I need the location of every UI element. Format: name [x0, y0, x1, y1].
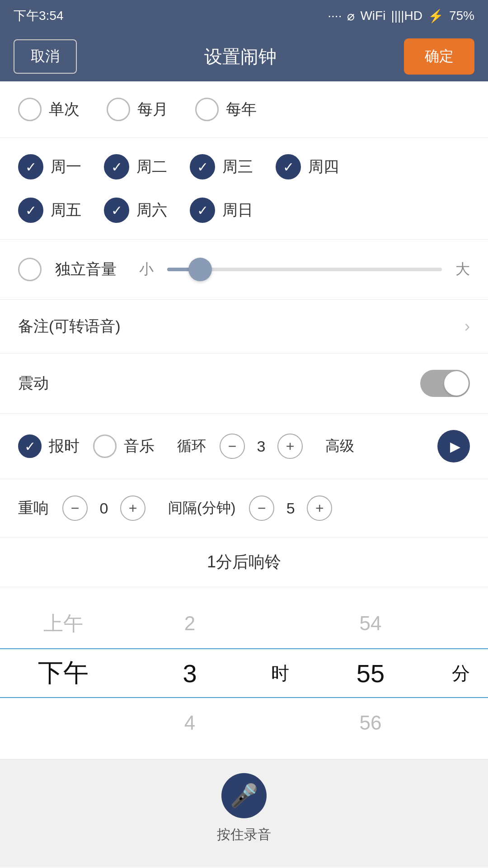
loop-increase-button[interactable]: + [277, 434, 303, 459]
slider-thumb[interactable] [188, 258, 212, 281]
loop-label: 循环 [177, 436, 206, 456]
snooze-row: 重响 − 0 + 间隔(分钟) − 5 + [18, 495, 470, 521]
note-section[interactable]: 备注(可转语音) › [0, 300, 488, 354]
vibration-row: 震动 [18, 370, 470, 397]
alarm-type-row: 报时 音乐 循环 − 3 + 高级 ▶ [18, 430, 470, 462]
weekday-row1: 周一 周二 周三 周四 [18, 154, 470, 179]
repeat-monthly[interactable]: 每月 [107, 98, 168, 121]
snooze-count: 0 [95, 500, 113, 517]
weekday-thu-label: 周四 [308, 156, 339, 177]
weekday-thu[interactable]: 周四 [276, 154, 339, 179]
alarm-music-radio[interactable] [93, 434, 117, 458]
volume-row: 独立音量 小 大 [18, 256, 470, 283]
weekday-sun-check[interactable] [190, 198, 215, 223]
weekday-row2-section: 周五 周六 周日 [0, 189, 488, 240]
wifi-icon: WiFi [360, 9, 385, 23]
repeat-yearly[interactable]: 每年 [195, 98, 257, 121]
weekday-fri-label: 周五 [51, 200, 81, 221]
picker-min-below: 56 [307, 698, 434, 748]
picker-hour-selected: 3 [127, 648, 253, 698]
picker-min-unit: 分 [452, 661, 470, 686]
picker-min-above: 54 [307, 599, 434, 648]
volume-label: 独立音量 [55, 259, 117, 280]
status-bar: 下午3:54 ···· ⌀ WiFi ||||HD ⚡ 75% [0, 0, 488, 32]
weekday-wed-check[interactable] [190, 154, 215, 179]
signal-icon: ···· [328, 9, 342, 23]
volume-small-label: 小 [139, 259, 154, 279]
alarm-report[interactable]: 报时 [18, 434, 80, 458]
weekday-sun-label: 周日 [222, 200, 253, 221]
loop-decrease-button[interactable]: − [220, 434, 245, 459]
picker-ampm-below [0, 698, 127, 748]
repeat-monthly-radio[interactable] [107, 98, 130, 121]
bottom-bar: 🎤 按住录音 [0, 759, 488, 867]
interval-label: 间隔(分钟) [168, 498, 235, 518]
repeat-section: 单次 每月 每年 [0, 81, 488, 138]
mic-icon: 🎤 [230, 783, 258, 809]
volume-slider[interactable] [167, 256, 442, 283]
status-icons: ···· ⌀ WiFi ||||HD ⚡ 75% [328, 9, 474, 24]
weekday-tue[interactable]: 周二 [104, 154, 167, 179]
play-icon: ▶ [450, 439, 460, 454]
cancel-button[interactable]: 取消 [14, 39, 77, 74]
repeat-single[interactable]: 单次 [18, 98, 80, 121]
alarm-music[interactable]: 音乐 [93, 434, 155, 458]
weekday-mon[interactable]: 周一 [18, 154, 81, 179]
snooze-increase-button[interactable]: + [120, 495, 145, 521]
loop-count: 3 [252, 438, 270, 455]
picker-min-selected: 55 [307, 648, 434, 698]
alarm-report-check[interactable] [18, 434, 42, 458]
repeat-single-radio[interactable] [18, 98, 42, 121]
alarm-report-label: 报时 [49, 436, 80, 457]
picker-ampm-above: 上午 [0, 599, 127, 648]
repeat-monthly-label: 每月 [137, 99, 168, 120]
status-time: 下午3:54 [14, 7, 64, 24]
weekday-sat[interactable]: 周六 [104, 198, 167, 223]
weekday-thu-check[interactable] [276, 154, 301, 179]
weekday-sat-check[interactable] [104, 198, 129, 223]
weekday-wed[interactable]: 周三 [190, 154, 253, 179]
headphone-icon: ⌀ [347, 9, 355, 24]
weekday-fri[interactable]: 周五 [18, 198, 81, 223]
alarm-music-label: 音乐 [124, 436, 155, 457]
toggle-thumb [444, 371, 469, 396]
weekday-row2: 周五 周六 周日 [18, 198, 470, 223]
picker-ampm-col[interactable]: 上午 下午 [0, 587, 127, 759]
loop-stepper: − 3 + [220, 434, 303, 459]
play-button[interactable]: ▶ [437, 430, 470, 462]
weekday-fri-check[interactable] [18, 198, 43, 223]
confirm-button[interactable]: 确定 [404, 38, 474, 75]
picker-ampm-selected: 下午 [0, 648, 127, 698]
main-content: 单次 每月 每年 周一 周二 周三 [0, 81, 488, 759]
weekday-tue-check[interactable] [104, 154, 129, 179]
interval-count: 5 [282, 500, 300, 517]
countdown-text: 1分后响铃 [207, 552, 281, 571]
snooze-label: 重响 [18, 498, 49, 519]
volume-section: 独立音量 小 大 [0, 240, 488, 300]
interval-decrease-button[interactable]: − [249, 495, 274, 521]
weekday-mon-check[interactable] [18, 154, 43, 179]
snooze-decrease-button[interactable]: − [62, 495, 88, 521]
time-picker[interactable]: 上午 下午 2 3 4 时 54 55 56 分 [0, 587, 488, 759]
weekday-wed-label: 周三 [222, 156, 253, 177]
vibration-section: 震动 [0, 354, 488, 414]
lightning-icon: ⚡ [428, 9, 444, 24]
volume-radio[interactable] [18, 258, 42, 281]
snooze-stepper: − 0 + [62, 495, 145, 521]
picker-min-col[interactable]: 54 55 56 [307, 587, 434, 759]
chevron-right-icon: › [465, 317, 470, 336]
mic-button[interactable]: 🎤 [221, 773, 267, 818]
picker-hour-below: 4 [127, 698, 253, 748]
page-title: 设置闹钟 [204, 44, 277, 69]
repeat-yearly-radio[interactable] [195, 98, 219, 121]
bars-icon: ||||HD [391, 9, 422, 23]
weekday-row1-section: 周一 周二 周三 周四 [0, 138, 488, 189]
vibration-label: 震动 [18, 373, 49, 394]
weekday-sun[interactable]: 周日 [190, 198, 253, 223]
note-row[interactable]: 备注(可转语音) › [18, 316, 470, 337]
vibration-toggle[interactable] [420, 370, 470, 397]
interval-increase-button[interactable]: + [307, 495, 332, 521]
picker-hour-col[interactable]: 2 3 4 [127, 587, 253, 759]
picker-hour-unit: 时 [271, 661, 289, 686]
volume-large-label: 大 [455, 259, 470, 279]
